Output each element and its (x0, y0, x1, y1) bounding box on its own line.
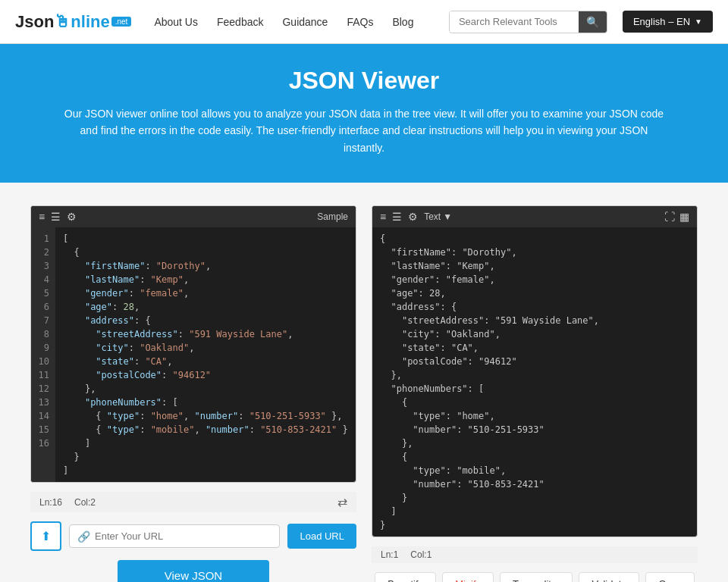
text-label: Text (424, 211, 441, 222)
search-bar: 🔍 (449, 11, 607, 33)
url-row: ⬆ 🔗 Load URL (30, 521, 356, 551)
text-chevron-icon: ▼ (443, 211, 452, 222)
format-icon[interactable]: ⇄ (337, 495, 347, 509)
logo-json: Json (15, 12, 54, 32)
left-code-content[interactable]: [ { "firstName": "Dorothy", "lastName": … (55, 227, 356, 482)
expand-icon[interactable]: ⛶ (664, 211, 675, 223)
url-input[interactable] (95, 525, 271, 547)
validate-button[interactable]: Validate (579, 572, 639, 582)
right-code-content[interactable]: { "firstName": "Dorothy", "lastName": "K… (372, 227, 697, 537)
grid-icon[interactable]: ▦ (679, 211, 689, 223)
sample-label: Sample (317, 211, 348, 222)
copy-button[interactable]: Copy (645, 572, 694, 582)
hero-title: JSON Viewer (61, 67, 667, 95)
right-toolbar-icons: ⛶ ▦ (664, 211, 689, 223)
logo[interactable]: Json🖱nline.net (15, 12, 131, 32)
load-url-button[interactable]: Load URL (287, 524, 356, 549)
nav: About Us Feedback Guidance FAQs Blog (154, 16, 413, 28)
nav-blog[interactable]: Blog (392, 16, 413, 28)
hero-description: Our JSON viewer online tool allows you t… (61, 105, 667, 156)
right-editor-footer: Ln:1 Col:1 (372, 546, 698, 563)
view-json-button[interactable]: View JSON (118, 560, 269, 582)
left-panel: ≡ ☰ ⚙ Sample 12345678910111213141516 [ {… (30, 205, 356, 582)
chevron-down-icon: ▼ (695, 17, 702, 26)
nav-about-us[interactable]: About Us (154, 16, 198, 28)
left-editor-footer: Ln:16 Col:2 ⇄ (30, 492, 356, 512)
list-icon[interactable]: ☰ (51, 211, 61, 223)
link-icon: 🔗 (77, 530, 90, 543)
right-status-ln: Ln:1 (381, 549, 398, 560)
settings-icon[interactable]: ⚙ (67, 211, 77, 223)
language-label: English – EN (633, 16, 690, 27)
status-col: Col:2 (74, 497, 96, 508)
nav-faqs[interactable]: FAQs (347, 16, 373, 28)
search-input[interactable] (450, 11, 579, 32)
beautify-button[interactable]: Beautify (375, 572, 436, 582)
left-editor-toolbar: ≡ ☰ ⚙ Sample (31, 206, 356, 227)
action-buttons: Beautify Minify Tree editor Validate Cop… (372, 572, 698, 582)
text-dropdown[interactable]: Text ▼ (424, 211, 452, 222)
upload-button[interactable]: ⬆ (30, 521, 61, 551)
logo-online: nline (71, 12, 109, 32)
minify-button[interactable]: Minify (442, 572, 494, 582)
line-numbers: 12345678910111213141516 (31, 227, 55, 482)
search-button[interactable]: 🔍 (579, 11, 607, 33)
right-panel: ≡ ☰ ⚙ Text ▼ ⛶ ▦ { "firstName": "Dorothy… (372, 205, 698, 582)
right-list-icon[interactable]: ☰ (392, 211, 402, 223)
right-editor-box: ≡ ☰ ⚙ Text ▼ ⛶ ▦ { "firstName": "Dorothy… (372, 205, 698, 537)
left-code-area: 12345678910111213141516 [ { "firstName":… (31, 227, 356, 482)
hero-section: JSON Viewer Our JSON viewer online tool … (0, 44, 728, 183)
logo-cursor: 🖱 (54, 12, 71, 32)
language-button[interactable]: English – EN ▼ (623, 11, 713, 33)
right-settings-icon[interactable]: ⚙ (408, 211, 418, 223)
right-status-col: Col:1 (410, 549, 431, 560)
logo-badge: .net (111, 17, 132, 27)
status-ln: Ln:16 (39, 497, 62, 508)
right-align-icon[interactable]: ≡ (380, 211, 386, 223)
tree-editor-button[interactable]: Tree editor (500, 572, 573, 582)
main-content: ≡ ☰ ⚙ Sample 12345678910111213141516 [ {… (0, 183, 728, 582)
right-code-area: { "firstName": "Dorothy", "lastName": "K… (372, 227, 697, 537)
url-input-wrapper: 🔗 (69, 524, 280, 548)
nav-guidance[interactable]: Guidance (282, 16, 328, 28)
header: Json🖱nline.net About Us Feedback Guidanc… (0, 0, 728, 44)
left-editor-box: ≡ ☰ ⚙ Sample 12345678910111213141516 [ {… (30, 205, 356, 483)
right-editor-toolbar: ≡ ☰ ⚙ Text ▼ ⛶ ▦ (372, 206, 697, 227)
align-icon[interactable]: ≡ (39, 211, 45, 223)
nav-feedback[interactable]: Feedback (217, 16, 263, 28)
